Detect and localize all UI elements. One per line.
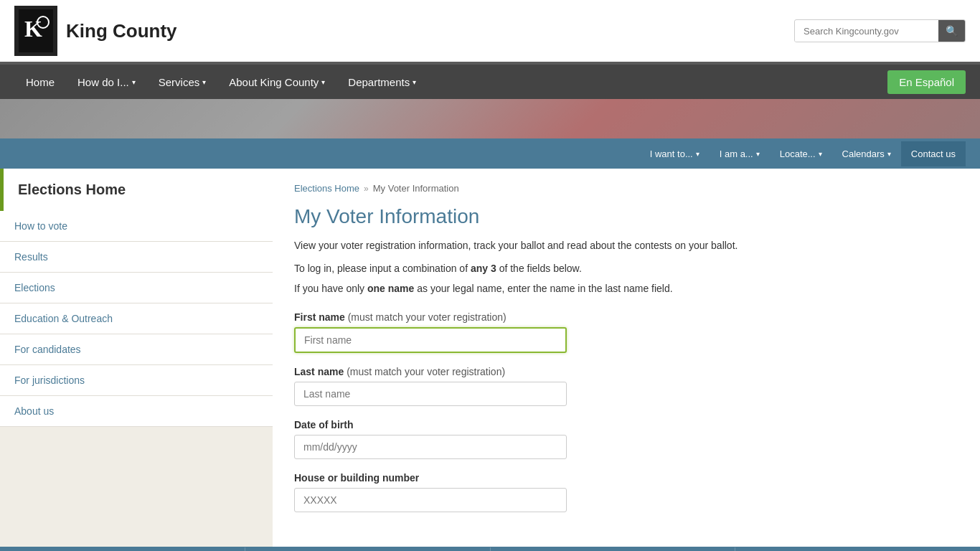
nav-services[interactable]: Services ▾ [147, 66, 218, 98]
breadcrumb-separator: » [364, 184, 369, 194]
dropdown-arrow: ▾ [756, 150, 760, 158]
first-name-sub: (must match your voter registration) [348, 311, 507, 323]
search-area: 🔍 [794, 19, 966, 42]
footer-col-get-help[interactable]: Get help [491, 547, 736, 551]
footer-col-do-more[interactable]: Do more online [245, 547, 491, 551]
voter-info-form: First name (must match your voter regist… [294, 311, 958, 512]
dob-label: Date of birth [294, 419, 958, 430]
sidebar-title: Elections Home [0, 169, 273, 211]
page-title: My Voter Information [294, 205, 958, 228]
king-county-logo-icon: K [14, 6, 57, 56]
instruction-1-pre: To log in, please input a combination of [294, 263, 471, 274]
sidebar-item-for-jurisdictions[interactable]: For jurisdictions [0, 365, 273, 396]
dropdown-arrow: ▾ [132, 78, 136, 86]
hero-image [0, 99, 980, 138]
breadcrumb-home-link[interactable]: Elections Home [294, 183, 359, 194]
sidebar-item-results[interactable]: Results [0, 242, 273, 273]
first-name-group: First name (must match your voter regist… [294, 311, 958, 353]
dropdown-arrow: ▾ [887, 150, 891, 158]
instruction-2-bold: one name [367, 283, 414, 294]
footer-col-information[interactable]: Information for... [0, 547, 245, 551]
nav-how-do-i[interactable]: How do I... ▾ [66, 66, 147, 98]
instruction-2: If you have only one name as your legal … [294, 281, 958, 296]
nav-home[interactable]: Home [14, 66, 66, 98]
nav-i-am-a[interactable]: I am a... ▾ [710, 141, 770, 166]
nav-calendars[interactable]: Calendars ▾ [832, 141, 901, 166]
instruction-1: To log in, please input a combination of… [294, 260, 958, 276]
sidebar-item-for-candidates[interactable]: For candidates [0, 334, 273, 365]
house-number-group: House or building number [294, 472, 958, 512]
house-number-input[interactable] [294, 488, 567, 512]
instruction-1-bold: any 3 [471, 263, 496, 274]
house-number-label: House or building number [294, 472, 958, 484]
sidebar-item-how-to-vote[interactable]: How to vote [0, 211, 273, 242]
footer-col-espanol[interactable]: Español [735, 547, 980, 551]
instruction-2-post: as your legal name, enter the name in th… [414, 283, 672, 294]
nav-locate[interactable]: Locate... ▾ [770, 141, 832, 166]
content-wrapper: Elections Home How to vote Results Elect… [0, 169, 980, 547]
instruction-1-post: of the fields below. [496, 263, 582, 274]
dropdown-arrow: ▾ [819, 150, 822, 158]
search-input[interactable] [795, 21, 938, 42]
dropdown-arrow: ▾ [696, 150, 699, 158]
logo-text: King County [66, 20, 177, 42]
nav-i-want-to[interactable]: I want to... ▾ [640, 141, 710, 166]
sidebar-item-elections[interactable]: Elections [0, 273, 273, 303]
instruction-2-pre: If you have only [294, 283, 367, 294]
dropdown-arrow: ▾ [413, 78, 416, 86]
page-description: View your voter registration information… [294, 238, 958, 253]
last-name-group: Last name (must match your voter registr… [294, 366, 958, 406]
logo-area: K King County [14, 6, 177, 56]
top-bar: K King County 🔍 [0, 0, 980, 65]
sidebar: Elections Home How to vote Results Elect… [0, 169, 273, 547]
main-navigation: Home How do I... ▾ Services ▾ About King… [0, 65, 980, 99]
dropdown-arrow: ▾ [202, 78, 206, 86]
breadcrumb-current: My Voter Information [373, 183, 459, 194]
footer: Information for... Do more online Get he… [0, 547, 980, 551]
nav-contact-us[interactable]: Contact us [901, 141, 966, 166]
nav-departments[interactable]: Departments ▾ [336, 66, 428, 98]
dob-input[interactable] [294, 435, 567, 459]
sidebar-item-about-us[interactable]: About us [0, 396, 273, 427]
search-button[interactable]: 🔍 [938, 20, 965, 42]
first-name-label: First name (must match your voter regist… [294, 311, 958, 323]
breadcrumb: Elections Home » My Voter Information [294, 183, 958, 194]
last-name-label: Last name (must match your voter registr… [294, 366, 958, 377]
first-name-input[interactable] [294, 327, 567, 353]
secondary-navigation: I want to... ▾ I am a... ▾ Locate... ▾ C… [0, 138, 980, 169]
last-name-sub: (must match your voter registration) [347, 366, 505, 377]
dropdown-arrow: ▾ [321, 78, 325, 86]
nav-espanol[interactable]: En Español [887, 70, 966, 94]
dob-group: Date of birth [294, 419, 958, 459]
sidebar-item-education-outreach[interactable]: Education & Outreach [0, 303, 273, 334]
svg-text:K: K [24, 16, 42, 42]
nav-about-king-county[interactable]: About King County ▾ [217, 66, 336, 98]
hero-overlay [0, 99, 980, 138]
main-content: Elections Home » My Voter Information My… [273, 169, 980, 547]
last-name-input[interactable] [294, 382, 567, 406]
